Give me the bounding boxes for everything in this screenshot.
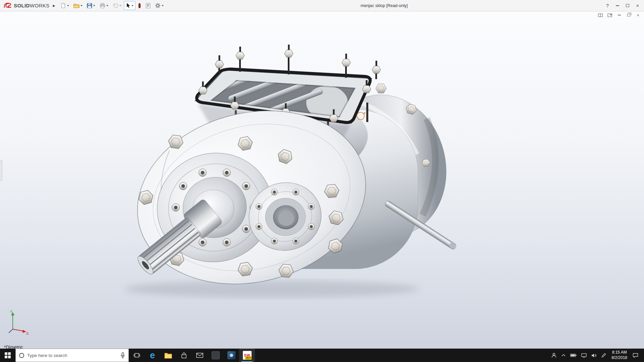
maximize-icon — [626, 4, 629, 7]
doc-minimize-button[interactable] — [616, 13, 622, 17]
doc-split-button[interactable] — [598, 13, 603, 17]
red-capsule-icon — [138, 3, 141, 8]
solidworks-window: SOLIDWORKS ▶ — [0, 0, 644, 362]
brand-wordmark: SOLIDWORKS — [14, 3, 50, 8]
app-dark-button[interactable] — [208, 349, 223, 362]
new-document-button[interactable] — [58, 1, 71, 10]
undo-button[interactable] — [111, 1, 123, 10]
doc-new-window-button[interactable] — [607, 13, 612, 17]
start-button[interactable] — [0, 349, 15, 362]
store-bag-icon — [181, 352, 187, 359]
model-reflection — [119, 268, 461, 349]
xpress-products-button[interactable] — [136, 1, 143, 10]
search-input[interactable] — [27, 353, 117, 358]
pen-button[interactable] — [599, 349, 608, 362]
doc-close-button[interactable]: × — [635, 13, 641, 17]
network-monitor-icon — [581, 353, 587, 358]
help-button[interactable]: ? — [602, 1, 612, 10]
solidworks-icon: SW 2017 — [243, 351, 252, 360]
taskbar-search[interactable] — [15, 349, 129, 362]
options-button[interactable] — [153, 1, 166, 10]
triad-x-label: X — [26, 331, 29, 336]
windows-logo-icon — [5, 352, 11, 358]
people-icon — [551, 353, 557, 358]
mail-button[interactable] — [192, 349, 208, 362]
search-circle-icon — [19, 353, 24, 358]
chevron-down-icon — [131, 5, 133, 6]
clock-time: 8:15 AM — [612, 350, 627, 355]
restore-icon — [627, 14, 630, 16]
file-explorer-button[interactable] — [160, 349, 176, 362]
quick-access-toolbar — [58, 1, 166, 10]
save-button[interactable] — [85, 1, 97, 10]
gear-icon — [155, 3, 161, 8]
gearbox-model[interactable] — [119, 45, 461, 307]
edge-button[interactable]: e — [145, 349, 160, 362]
doc-restore-button[interactable] — [626, 13, 631, 17]
network-button[interactable] — [579, 349, 589, 362]
graphics-viewport[interactable]: × Y X *Dimetric — [0, 11, 644, 349]
open-folder-icon — [73, 3, 79, 8]
maximize-button[interactable] — [623, 1, 633, 10]
chevron-up-icon — [561, 354, 566, 357]
solidworks-logo: SOLIDWORKS — [1, 2, 52, 9]
new-document-icon — [60, 3, 66, 8]
tray-expand-button[interactable] — [559, 349, 568, 362]
chevron-down-icon — [67, 5, 69, 6]
cursor-arrow-icon — [126, 3, 130, 8]
view-orientation-label: *Dimetric — [4, 345, 23, 349]
edge-icon: e — [150, 351, 155, 360]
battery-button[interactable] — [568, 349, 579, 362]
solidworks-taskbar-button[interactable]: SW 2017 — [239, 349, 255, 362]
task-view-icon — [133, 352, 140, 358]
chevron-down-icon — [119, 5, 121, 6]
new-window-icon — [607, 13, 612, 17]
folder-icon — [164, 352, 172, 359]
triad-y-label: Y — [10, 310, 13, 314]
app-blue-button[interactable] — [223, 349, 239, 362]
store-button[interactable] — [176, 349, 192, 362]
close-icon: × — [636, 3, 639, 8]
action-center-button[interactable] — [630, 349, 641, 362]
ground-shadow — [124, 280, 419, 298]
title-bar: SOLIDWORKS ▶ — [0, 0, 644, 11]
close-icon: × — [637, 13, 639, 17]
chevron-down-icon — [106, 5, 108, 6]
window-controls: ? × — [602, 1, 643, 10]
undo-arrow-icon — [113, 3, 118, 8]
people-button[interactable] — [549, 349, 559, 362]
battery-icon — [570, 354, 577, 357]
save-floppy-icon — [87, 3, 92, 8]
close-button[interactable]: × — [633, 1, 643, 10]
select-tool-button[interactable] — [124, 1, 136, 10]
orientation-triad[interactable]: Y X — [5, 309, 30, 336]
minimize-icon — [616, 5, 619, 6]
menu-expand-arrow[interactable]: ▶ — [53, 4, 55, 7]
volume-button[interactable] — [589, 349, 599, 362]
task-view-button[interactable] — [129, 349, 145, 362]
minimize-icon — [618, 15, 621, 15]
pen-icon — [601, 353, 606, 358]
blue-app-icon — [227, 351, 235, 359]
minimize-button[interactable] — [612, 1, 623, 10]
clock[interactable]: 8:15 AM 8/2/2018 — [608, 350, 630, 360]
print-button[interactable] — [98, 1, 110, 10]
window-title: menjac sklop [Read-only] — [166, 3, 602, 8]
panel-splitter-handle[interactable] — [0, 160, 2, 181]
file-properties-button[interactable] — [144, 1, 153, 10]
clock-date: 8/2/2018 — [611, 355, 627, 361]
graphics-area[interactable] — [0, 11, 644, 349]
mail-envelope-icon — [196, 353, 203, 358]
ds-logo-icon — [3, 2, 12, 9]
printer-icon — [100, 3, 105, 8]
windows-taskbar: e SW 2017 — [0, 349, 644, 362]
microphone-icon[interactable] — [120, 352, 125, 358]
speaker-icon — [591, 353, 597, 358]
chevron-down-icon — [80, 5, 83, 6]
system-tray: 8:15 AM 8/2/2018 — [549, 349, 644, 362]
split-window-icon — [598, 13, 603, 17]
chevron-down-icon — [162, 5, 164, 6]
document-properties-icon — [146, 3, 151, 8]
open-button[interactable] — [71, 1, 85, 10]
document-window-controls: × — [598, 13, 641, 17]
